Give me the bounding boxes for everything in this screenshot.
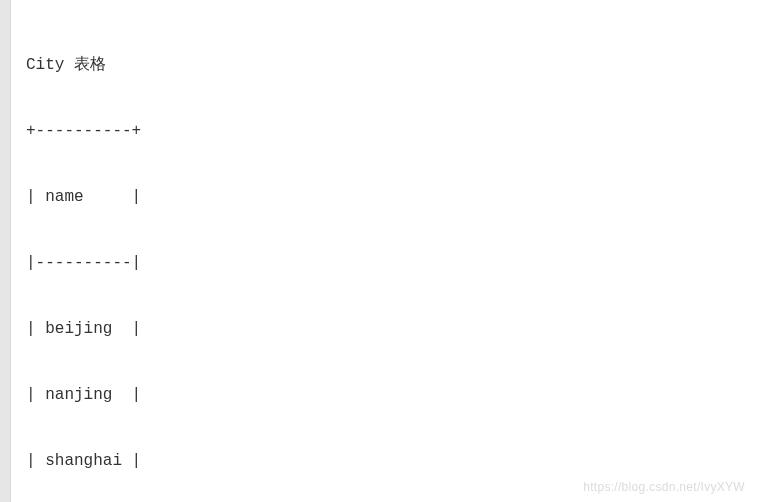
code-container: City 表格 +----------+ | name | |---------… xyxy=(0,0,757,502)
table-row: | shanghai | xyxy=(26,450,757,472)
table-row: | nanjing | xyxy=(26,384,757,406)
table-row: | beijing | xyxy=(26,318,757,340)
watermark-text: https://blog.csdn.net/IvyXYW xyxy=(583,476,745,498)
table-col-header: | name | xyxy=(26,186,757,208)
table-border-top: +----------+ xyxy=(26,120,757,142)
table-col-sep: |----------| xyxy=(26,252,757,274)
code-block: City 表格 +----------+ | name | |---------… xyxy=(8,10,757,502)
table-title: City 表格 xyxy=(26,54,757,76)
